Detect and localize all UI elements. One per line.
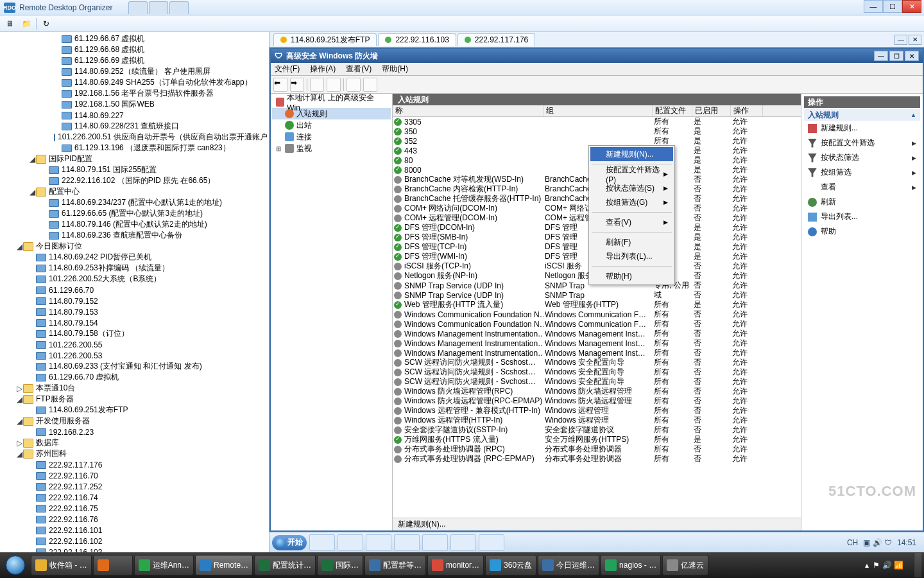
expand-icon[interactable]: ◢ — [28, 188, 36, 197]
taskbar-item[interactable] — [366, 534, 391, 551]
toolbar-connect-icon[interactable]: 🖥 — [3, 17, 17, 30]
host-taskbar-item[interactable]: 360云盘 — [485, 555, 536, 575]
context-menu-item[interactable]: 查看(V)▶ — [590, 215, 673, 229]
tree-host[interactable]: 61.129.66.65 (配置中心默认第3走的地址) — [0, 208, 269, 219]
rule-row[interactable]: 分布式事务处理协调器 (RPC-EPMAP)分布式事务处理协调器所有否允许 — [393, 454, 801, 464]
expand-icon[interactable]: ◢ — [15, 417, 23, 426]
host-taskbar-item[interactable]: 今日运维… — [538, 555, 599, 575]
tree-host[interactable]: 61.129.66.69 虚拟机 — [0, 55, 269, 66]
host-taskbar-item[interactable]: 国际… — [317, 555, 363, 575]
nav-back-icon[interactable]: ⬅ — [273, 78, 287, 92]
tree-host[interactable]: 114.80.79.154 — [0, 317, 269, 328]
rule-row[interactable]: Windows 防火墙远程管理(RPC)Windows 防火墙远程管理所有否允许 — [393, 387, 801, 396]
fw-min-button[interactable]: — — [874, 51, 888, 61]
tree-host[interactable]: 114.80.69.233 (支付宝通知 和汇付通知 发布) — [0, 361, 269, 372]
tree-host[interactable]: 114.80.69.242 PID暂停已关机 — [0, 252, 269, 263]
col-profile[interactable]: 配置文件 — [653, 105, 692, 116]
taskbar-item[interactable] — [450, 534, 476, 551]
tree-host[interactable]: 61.129.66.67 虚拟机 — [0, 33, 269, 44]
close-button[interactable]: ✕ — [902, 0, 921, 13]
rules-columns[interactable]: 称 组 配置文件 已启用 操作 — [393, 105, 801, 117]
rule-row[interactable]: SCW 远程访问防火墙规则 - Scshost…Windows 安全配置向导所有… — [393, 367, 801, 377]
context-menu-item[interactable]: 刷新(F) — [590, 235, 673, 249]
start-button[interactable]: 开始 — [272, 535, 307, 550]
host-taskbar-item[interactable]: monitor… — [427, 555, 484, 575]
context-menu-item[interactable]: 按状态筛选(S)▶ — [590, 181, 673, 195]
rule-row[interactable]: Windows Communication Foundation N…Windo… — [393, 319, 801, 329]
tree-host[interactable]: 222.92.116.74 — [0, 492, 269, 503]
rule-row[interactable]: 352所有是允许 — [393, 136, 801, 146]
taskbar-item[interactable] — [479, 534, 504, 551]
firewall-menu-bar[interactable]: 文件(F)操作(A)查看(V)帮助(H) — [271, 63, 923, 76]
host-taskbar-item[interactable]: nagios - … — [601, 555, 661, 575]
tree-host[interactable]: 192.168.1.56 老平台票号扫描软件服务器 — [0, 88, 269, 99]
context-menu-item[interactable]: 按组筛选(G)▶ — [590, 195, 673, 209]
clock[interactable]: 14:51 — [897, 538, 916, 547]
tree-host[interactable]: 114.80.79.146 (配置中心默认第2走的地址) — [0, 219, 269, 230]
tree-host[interactable]: 114.80.69.249 SHA255（订单自动化软件发布app） — [0, 77, 269, 88]
tree-host[interactable]: 61.129.13.196 （退废票和国际打票 can823） — [0, 143, 269, 153]
connection-tree[interactable]: 61.129.66.67 虚拟机61.129.66.68 虚拟机61.129.6… — [0, 32, 270, 552]
session-close-icon[interactable]: ✕ — [909, 35, 921, 45]
rule-row[interactable]: 分布式事务处理协调器 (RPC)分布式事务处理协调器所有否允许 — [393, 444, 801, 454]
host-start-button[interactable] — [3, 554, 28, 576]
tree-host[interactable]: 222.92.116.103 — [0, 547, 269, 552]
host-taskbar-item[interactable]: 收件箱 - … — [31, 555, 92, 575]
col-enabled[interactable]: 已启用 — [692, 105, 731, 116]
nav-item[interactable]: 出站 — [272, 119, 391, 131]
expand-icon[interactable]: ◢ — [15, 395, 23, 404]
context-menu-item[interactable]: 帮助(H) — [590, 269, 673, 283]
expand-icon[interactable]: ▷ — [15, 439, 23, 448]
session-tab[interactable]: 222.92.117.176 — [458, 33, 535, 46]
tree-folder[interactable]: ▷数据库 — [0, 437, 269, 448]
tree-folder[interactable]: ◢FTP服务器 — [0, 394, 269, 405]
action-item[interactable]: 刷新 — [804, 195, 920, 209]
action-item[interactable]: 按配置文件筛选▶ — [804, 136, 920, 150]
tree-host[interactable]: 61.129.66.68 虚拟机 — [0, 44, 269, 55]
rule-row[interactable]: SCW 远程访问防火墙规则 - Svchost…Windows 安全配置向导所有… — [393, 377, 801, 387]
context-menu-item[interactable]: 导出列表(L)... — [590, 249, 673, 263]
nav-root[interactable]: 本地计算机 上的高级安全 Win… — [272, 96, 391, 108]
ime-indicator[interactable]: CH — [847, 538, 858, 547]
rule-row[interactable]: Windows Management Instrumentation…Windo… — [393, 338, 801, 348]
tree-folder[interactable]: ◢苏州国科 — [0, 448, 269, 459]
rule-row[interactable]: SNMP Trap Service (UDP In)SNMP Trap域否允许 — [393, 290, 801, 300]
tree-host[interactable]: 114.80.69.252（续流量） 客户使用黑屏 — [0, 66, 269, 77]
tree-host[interactable]: 101.226.200.52大系统（B系统） — [0, 274, 269, 285]
nav-item[interactable]: 连接 — [272, 131, 391, 143]
tree-host[interactable]: 192.168.2.23 — [0, 426, 269, 437]
expand-icon[interactable]: ◢ — [15, 450, 23, 459]
menu-item[interactable]: 文件(F) — [275, 64, 300, 74]
nav-fwd-icon[interactable]: ➡ — [290, 78, 304, 92]
host-taskbar-item[interactable]: 运维Ann… — [134, 555, 194, 575]
rule-row[interactable]: 350所有是允许 — [393, 127, 801, 136]
tray-up-icon[interactable]: ▴ — [865, 561, 869, 570]
col-name[interactable]: 称 — [393, 105, 543, 116]
action-item[interactable]: 按组筛选▶ — [804, 165, 920, 180]
tree-folder[interactable]: ◢配置中心 — [0, 186, 269, 197]
tree-host[interactable]: 114.80.69.234/237 (配置中心默认第1走的地址) — [0, 197, 269, 208]
rule-row[interactable]: Windows Management Instrumentation…Windo… — [393, 329, 801, 338]
tray-icons[interactable]: ⚑ 🔊 📶 — [873, 561, 903, 570]
tree-folder[interactable]: ▷本票通10台 — [0, 383, 269, 394]
browser-tab[interactable] — [169, 1, 189, 14]
tree-host[interactable]: 61.129.66.70 — [0, 285, 269, 295]
fw-close-button[interactable]: ✕ — [905, 51, 919, 61]
action-item[interactable]: 查看▶ — [804, 180, 920, 195]
fw-max-button[interactable]: ☐ — [889, 51, 903, 61]
rule-row[interactable]: SCW 远程访问防火墙规则 - Scshost…Windows 安全配置向导所有… — [393, 358, 801, 367]
host-taskbar-item[interactable]: 亿速云 — [662, 555, 708, 575]
context-menu-item[interactable]: 按配置文件筛选(P)▶ — [590, 167, 673, 181]
maximize-button[interactable]: ☐ — [883, 0, 902, 13]
minimize-button[interactable]: — — [864, 0, 883, 13]
tree-host[interactable]: 101.226.200.51 供应商自动开票号（供应商自动出票开通账户） — [0, 132, 269, 143]
toolbar-refresh-icon[interactable]: ↻ — [39, 17, 53, 30]
expand-icon[interactable]: ▷ — [15, 384, 23, 393]
tree-folder[interactable]: ◢开发使用服务器 — [0, 416, 269, 426]
tree-host[interactable]: 114.80.79.153 — [0, 306, 269, 317]
rule-row[interactable]: Windows 远程管理 - 兼容模式(HTTP-In)Windows 远程管理… — [393, 406, 801, 416]
tree-folder[interactable]: ◢今日图标订位 — [0, 241, 269, 252]
expand-icon[interactable]: ◢ — [28, 155, 36, 164]
taskbar-item[interactable] — [422, 534, 448, 551]
tool-refresh-icon[interactable] — [346, 78, 361, 92]
